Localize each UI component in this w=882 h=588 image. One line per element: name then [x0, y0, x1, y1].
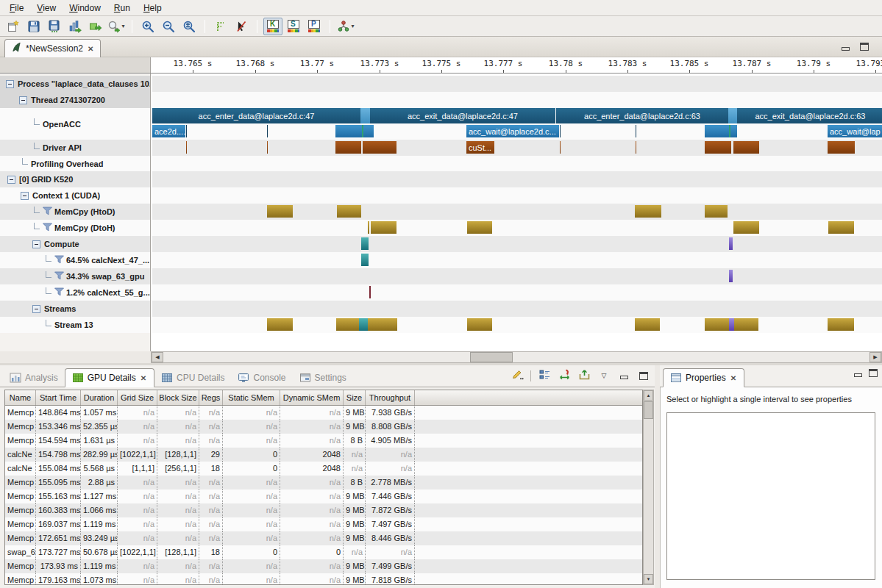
timeline-tick[interactable] [728, 108, 737, 123]
menu-view[interactable]: View [30, 1, 63, 15]
process-coloring-button[interactable]: P [305, 18, 324, 35]
table-row[interactable]: Memcp155.095 ms2.88 µsn/an/an/an/an/a8 B… [5, 476, 642, 490]
timeline-tick[interactable] [636, 141, 636, 154]
table-row[interactable]: Memcp173.93 ms1.119 msn/an/an/an/an/a9 M… [5, 559, 642, 573]
zoom-fit-button[interactable] [179, 18, 199, 35]
filter-funnel-icon[interactable] [43, 207, 52, 218]
close-icon[interactable]: ✕ [730, 374, 737, 382]
timeline-tick[interactable] [733, 221, 759, 234]
save-all-button[interactable] [45, 18, 64, 35]
timeline-interval[interactable]: acc_enter_data@laplace2d.c:47 [152, 108, 360, 123]
tab-gpu-details[interactable]: GPU Details✕ [65, 368, 154, 387]
stream-coloring-button[interactable]: S [284, 18, 303, 35]
timeline-tick[interactable] [336, 318, 359, 331]
column-header-duration[interactable]: Duration [81, 390, 118, 405]
table-row[interactable]: Memcp155.163 ms1.127 msn/an/an/an/an/a9 … [5, 490, 642, 503]
minimize-icon[interactable] [842, 47, 850, 51]
timeline-tick[interactable] [467, 221, 492, 234]
timeline-interval[interactable]: acc_wait@laplace2d.c... [466, 125, 559, 137]
tree-row[interactable]: 34.3% swap_63_gpu [0, 268, 151, 284]
timeline-interval[interactable]: acc_enter_data@laplace2d.c:63 [556, 108, 728, 123]
tree-row[interactable]: Thread 2741307200 [0, 92, 151, 108]
timeline-tick[interactable] [729, 318, 734, 331]
timeline-tick[interactable] [729, 237, 733, 250]
menu-help[interactable]: Help [137, 1, 168, 15]
tree-row[interactable]: Profiling Overhead [0, 156, 151, 171]
tree-row[interactable]: Streams [0, 301, 151, 317]
timeline-tick[interactable] [828, 141, 855, 154]
timeline-tick[interactable] [828, 221, 854, 234]
table-row[interactable]: Memcp179.163 ms1.073 msn/an/an/an/an/a9 … [5, 573, 642, 585]
timeline-tick[interactable] [267, 205, 293, 218]
zoom-out-button[interactable] [159, 18, 178, 35]
columns-button[interactable] [538, 369, 551, 382]
tree-row[interactable]: Stream 13 [0, 317, 151, 333]
timeline-tick[interactable] [267, 318, 293, 331]
column-header-static-smem[interactable]: Static SMem [223, 390, 280, 405]
timeline-tick[interactable] [335, 125, 362, 137]
column-header-name[interactable]: Name [5, 390, 36, 405]
timeline-tick[interactable] [560, 141, 561, 154]
table-row[interactable]: calcNe154.798 ms282.99 µs[1022,1,1][128,… [5, 448, 642, 462]
filter-funnel-icon[interactable] [54, 255, 64, 266]
tree-row[interactable]: MemCpy (DtoH) [0, 220, 151, 236]
column-header-throughput[interactable]: Throughput [366, 390, 415, 405]
timeline-tick[interactable] [705, 205, 728, 218]
table-row[interactable]: Memcp160.383 ms1.066 msn/an/an/an/an/a9 … [5, 503, 642, 517]
tab-properties[interactable]: Properties ✕ [663, 368, 744, 387]
reset-pointer-button[interactable] [232, 18, 251, 35]
timeline-interval[interactable]: acc_wait@lap [828, 125, 882, 137]
table-vertical-scrollbar[interactable]: ▲ ▼ [643, 390, 654, 585]
timeline-canvas[interactable]: acc_enter_data@laplace2d.c:47acc_exit_da… [152, 74, 882, 351]
timeline-tick[interactable] [186, 141, 187, 154]
table-row[interactable]: Memcp153.346 ms52.355 µsn/an/an/an/an/a9… [5, 420, 642, 434]
new-session-button[interactable] [4, 18, 23, 35]
filter-funnel-icon[interactable] [54, 287, 64, 298]
measure-button[interactable] [211, 18, 230, 35]
timeline-interval[interactable]: acc_exit_data@laplace2d.c:47 [370, 108, 555, 123]
table-row[interactable]: Memcp154.594 ms1.631 µsn/an/an/an/an/a8 … [5, 434, 642, 448]
dropdown-caret-icon[interactable]: ▾ [121, 23, 124, 29]
timeline-tick[interactable] [828, 318, 854, 331]
timeline-tick[interactable] [363, 141, 396, 154]
timeline-tick[interactable] [360, 108, 370, 123]
column-header-regs[interactable]: Regs [199, 390, 223, 405]
timeline-tick[interactable] [369, 286, 371, 298]
timeline-horizontal-scrollbar[interactable]: ◀ ▶ [151, 351, 882, 363]
tab-settings[interactable]: Settings [293, 368, 353, 387]
timeline-tick[interactable] [733, 141, 759, 154]
scrollbar-thumb[interactable] [644, 401, 653, 419]
timeline-tick[interactable] [361, 237, 369, 250]
timeline-tick[interactable] [467, 318, 492, 331]
column-header-grid-size[interactable]: Grid Size [118, 390, 157, 405]
tab-cpu-details[interactable]: CPU Details [154, 368, 231, 387]
timeline-tick[interactable] [635, 205, 661, 218]
timeline-tick[interactable] [186, 125, 187, 137]
timeline-tick[interactable] [371, 221, 396, 234]
column-header-size[interactable]: Size [344, 390, 366, 405]
timeline-tick[interactable] [267, 141, 268, 154]
collapse-toggle-icon[interactable] [32, 305, 40, 313]
timeline-tick[interactable] [705, 318, 729, 331]
close-icon[interactable]: ✕ [140, 374, 147, 382]
timeline-tick[interactable] [337, 205, 361, 218]
tab-console[interactable]: Console [231, 368, 292, 387]
tree-row[interactable]: Process "laplace_data_clauses 10... [0, 76, 151, 92]
tree-row[interactable]: [0] GRID K520 [0, 171, 151, 187]
view-menu-button[interactable]: ▽ [597, 369, 611, 382]
export-results-button[interactable] [86, 18, 105, 35]
timeline-tick[interactable] [359, 318, 368, 331]
column-header-dynamic-smem[interactable]: Dynamic SMem [280, 390, 344, 405]
scroll-down-button[interactable]: ▼ [644, 574, 653, 584]
editor-tab-newsession[interactable]: *NewSession2 ✕ [4, 39, 101, 57]
scroll-up-button[interactable]: ▲ [644, 390, 653, 401]
tree-row[interactable]: OpenACC [0, 108, 151, 140]
menu-run[interactable]: Run [107, 1, 137, 15]
timeline-tick[interactable] [267, 125, 268, 137]
column-header-start-time[interactable]: Start Time [36, 390, 81, 405]
export-table-button[interactable] [577, 369, 591, 382]
table-row[interactable]: Memcp172.651 ms93.249 µsn/an/an/an/an/a9… [5, 531, 642, 545]
collapse-toggle-icon[interactable] [32, 240, 40, 248]
timeline-tick[interactable] [636, 125, 636, 137]
timeline-interval[interactable]: cuSt... [466, 141, 494, 154]
